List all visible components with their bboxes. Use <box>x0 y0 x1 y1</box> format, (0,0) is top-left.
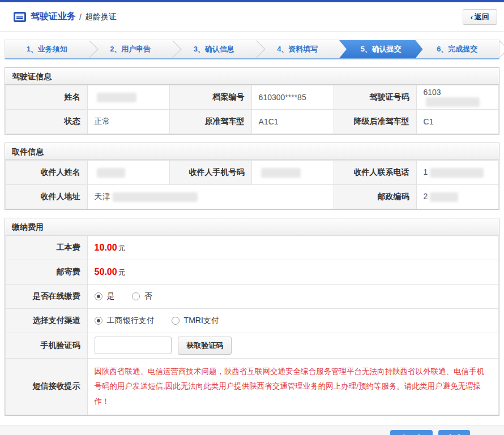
redacted-blur <box>261 168 301 178</box>
radio-no[interactable] <box>132 292 140 300</box>
radio-icbc-pay-label[interactable]: 工商银行支付 <box>107 316 155 326</box>
field-value-name <box>87 85 169 110</box>
step-tab-2-label: 2、用户申告 <box>110 44 151 54</box>
page-title: 驾驶证业务 <box>31 11 76 23</box>
payment-table: 工本费 10.00元 邮寄费 50.00元 是否在线缴费 是 <box>5 235 499 415</box>
finish-button[interactable]: 完成 <box>438 430 470 435</box>
field-value-recipient-address: 天津 <box>87 185 334 209</box>
radio-icbc-pay[interactable] <box>95 317 102 325</box>
radio-tmri-pay[interactable] <box>172 317 180 325</box>
footer-action-bar: 上一步 完成 <box>0 425 504 435</box>
step-tab-2[interactable]: 2、用户申告 <box>89 40 173 58</box>
page: 驾驶证业务 / 超龄换证 ‹ 返回 1、业务须知 2、用户申告 3、确认信息 4… <box>0 0 504 435</box>
field-value-recipient-phone: 1 <box>416 161 498 185</box>
get-sms-code-button[interactable]: 获取验证码 <box>178 337 232 355</box>
back-button[interactable]: ‹ 返回 <box>463 9 497 25</box>
step-tab-5-active[interactable]: 5、确认提交 <box>339 40 423 58</box>
field-value-recipient-mobile <box>251 161 334 185</box>
field-value-postal-code: 2 <box>416 185 498 209</box>
redacted-blur <box>430 168 484 178</box>
field-label-pay-online: 是否在线缴费 <box>6 285 88 309</box>
sms-code-input[interactable] <box>95 337 172 354</box>
breadcrumb-separator: / <box>79 12 82 21</box>
breadcrumb-current: 超龄换证 <box>85 12 117 22</box>
radio-yes[interactable] <box>95 292 102 300</box>
table-row: 是否在线缴费 是 否 <box>6 285 499 309</box>
fee-amount: 50.00 <box>95 267 117 277</box>
field-label-postage-fee: 邮寄费 <box>6 260 88 285</box>
field-label-recipient-address: 收件人地址 <box>6 185 88 209</box>
field-label-downgraded-class: 降级后准驾车型 <box>334 110 416 134</box>
back-chevron-icon: ‹ <box>471 13 473 21</box>
field-label-payment-channel: 选择支付渠道 <box>6 309 88 333</box>
radio-no-label[interactable]: 否 <box>144 291 152 302</box>
radio-group-pay-online: 是 否 <box>95 291 492 302</box>
table-row: 手机验证码 获取验证码 <box>6 333 499 359</box>
field-value-postage-fee: 50.00元 <box>87 260 498 285</box>
step-tab-1[interactable]: 1、业务须知 <box>5 40 89 58</box>
field-value-downgraded-class: C1 <box>416 110 498 134</box>
list-icon <box>14 12 26 22</box>
table-row: 姓名 档案编号 610300****85 驾驶证号码 6103 <box>6 85 499 110</box>
header: 驾驶证业务 / 超龄换证 ‹ 返回 <box>0 2 504 32</box>
field-value-original-class: A1C1 <box>251 110 334 134</box>
step-tab-5-label: 5、确认提交 <box>361 44 402 54</box>
field-value-status: 正常 <box>87 110 169 134</box>
field-value-file-number: 610300****85 <box>251 85 334 110</box>
step-tab-4-label: 4、资料填写 <box>277 44 318 54</box>
step-tab-4[interactable]: 4、资料填写 <box>256 40 340 58</box>
section-title-license: 驾驶证信息 <box>5 68 499 85</box>
field-value-production-fee: 10.00元 <box>87 236 498 260</box>
field-label-recipient-phone: 收件人联系电话 <box>334 161 416 185</box>
payment-channel-options: 工商银行支付 TMRI支付 <box>87 309 498 333</box>
field-value-text: A1C1 <box>259 117 279 126</box>
field-label-status: 状态 <box>6 110 88 134</box>
redacted-blur <box>426 97 480 107</box>
table-row: 选择支付渠道 工商银行支付 TMRI支付 <box>6 309 499 333</box>
step-tab-3[interactable]: 3、确认信息 <box>172 40 256 58</box>
field-label-sms-code: 手机验证码 <box>6 333 88 359</box>
license-info-table: 姓名 档案编号 610300****85 驾驶证号码 6103 状态 正常 原准… <box>5 85 499 134</box>
field-value-text: C1 <box>424 117 434 126</box>
chevron-right-icon <box>490 40 504 58</box>
step-tab-6-label: 6、完成提交 <box>437 44 477 54</box>
pickup-info-section: 取件信息 收件人姓名 收件人手机号码 收件人联系电话 1 收件人地址 天津 邮政… <box>5 143 499 210</box>
previous-step-button[interactable]: 上一步 <box>390 430 433 435</box>
pay-online-options: 是 否 <box>87 285 498 309</box>
field-value-text: 正常 <box>95 117 110 126</box>
back-button-label: 返回 <box>475 12 489 22</box>
radio-group-payment-channel: 工商银行支付 TMRI支付 <box>95 316 492 326</box>
fee-amount: 10.00 <box>95 243 117 252</box>
field-label-production-fee: 工本费 <box>6 236 88 260</box>
step-tab-3-label: 3、确认信息 <box>194 44 234 54</box>
radio-tmri-pay-label[interactable]: TMRI支付 <box>184 316 219 326</box>
fee-unit: 元 <box>118 244 126 252</box>
sms-code-cell: 获取验证码 <box>87 333 498 359</box>
field-label-license-number: 驾驶证号码 <box>334 85 416 110</box>
sms-notice-cell: 因陕西省联通、电信运营商技术问题，陕西省互联网交通安全综合服务管理平台无法向持陕… <box>87 359 498 415</box>
field-value-recipient-name <box>87 161 169 185</box>
pickup-info-table: 收件人姓名 收件人手机号码 收件人联系电话 1 收件人地址 天津 邮政编码 2 <box>5 160 499 209</box>
field-value-text: 2 <box>424 192 428 201</box>
field-label-name: 姓名 <box>6 85 88 110</box>
field-value-text: 6103 <box>424 88 441 97</box>
table-row: 邮寄费 50.00元 <box>6 260 499 285</box>
step-tab-1-label: 1、业务须知 <box>27 44 67 54</box>
redacted-blur <box>97 168 125 178</box>
payment-section: 缴纳费用 工本费 10.00元 邮寄费 50.00元 是否在线缴费 <box>5 218 499 416</box>
field-label-original-class: 原准驾车型 <box>170 110 252 134</box>
table-row: 收件人姓名 收件人手机号码 收件人联系电话 1 <box>6 161 499 185</box>
license-info-section: 驾驶证信息 姓名 档案编号 610300****85 驾驶证号码 6103 状态… <box>5 67 499 135</box>
field-label-sms-notice: 短信接收提示 <box>6 359 88 415</box>
section-title-pickup: 取件信息 <box>5 143 499 160</box>
radio-yes-label[interactable]: 是 <box>107 291 115 302</box>
step-tab-6[interactable]: 6、完成提交 <box>416 40 499 58</box>
table-row: 工本费 10.00元 <box>6 236 499 260</box>
step-progress-bar: 1、业务须知 2、用户申告 3、确认信息 4、资料填写 5、确认提交 6、完成提… <box>5 40 499 59</box>
sms-notice-text: 因陕西省联通、电信运营商技术问题，陕西省互联网交通安全综合服务管理平台无法向持陕… <box>95 364 488 409</box>
field-label-file-number: 档案编号 <box>170 85 252 110</box>
field-label-recipient-name: 收件人姓名 <box>6 161 88 185</box>
table-row: 状态 正常 原准驾车型 A1C1 降级后准驾车型 C1 <box>6 110 499 134</box>
field-label-recipient-mobile: 收件人手机号码 <box>170 161 252 185</box>
redacted-blur <box>97 93 136 102</box>
